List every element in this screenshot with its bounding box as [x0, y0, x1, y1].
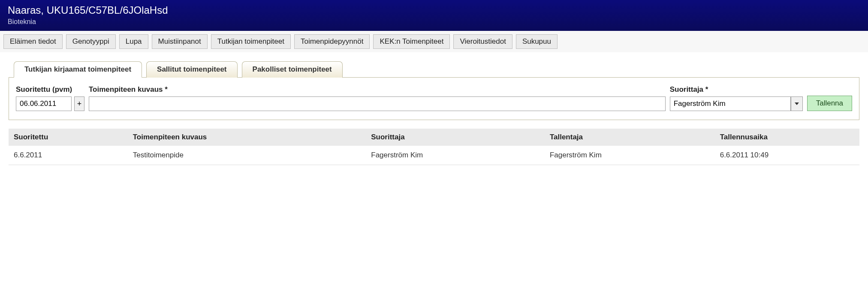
date-input-wrap: + — [16, 96, 84, 111]
tab-allowed-procedures[interactable]: Sallitut toimenpiteet — [146, 61, 237, 78]
th-tallentaja: Tallentaja — [545, 129, 715, 146]
th-suoritettu: Suoritettu — [9, 129, 128, 146]
performer-field-group: Suorittaja * — [670, 85, 803, 111]
form-row: Suoritettu (pvm) + Toimenpiteen kuvaus *… — [16, 85, 852, 111]
main-navbar: Eläimen tiedot Genotyyppi Lupa Muistiinp… — [0, 31, 868, 52]
date-picker-button[interactable]: + — [74, 96, 84, 111]
cell-kuvaus: Testitoimenpide — [128, 146, 366, 165]
description-field-group: Toimenpiteen kuvaus * — [89, 85, 666, 111]
tab-container: Tutkijan kirjaamat toimenpiteet Sallitut… — [9, 61, 859, 120]
svg-marker-0 — [795, 102, 799, 105]
save-button[interactable]: Tallenna — [807, 96, 852, 111]
dropdown-arrow-icon[interactable] — [791, 96, 803, 111]
cell-suorittaja: Fagerström Kim — [366, 146, 545, 165]
date-field-group: Suoritettu (pvm) + — [16, 85, 84, 111]
th-kuvaus: Toimenpiteen kuvaus — [128, 129, 366, 146]
tab-strip: Tutkijan kirjaamat toimenpiteet Sallitut… — [9, 61, 859, 77]
table-row: 6.6.2011 Testitoimenpide Fagerström Kim … — [9, 146, 859, 165]
procedures-table: Suoritettu Toimenpiteen kuvaus Suorittaj… — [9, 129, 859, 165]
tab-mandatory-procedures[interactable]: Pakolliset toimenpiteet — [242, 61, 343, 78]
nav-permit[interactable]: Lupa — [119, 34, 148, 49]
nav-researcher-procedures[interactable]: Tutkijan toimenpiteet — [211, 34, 291, 49]
description-label: Toimenpiteen kuvaus * — [89, 85, 666, 94]
nav-animal-info[interactable]: Eläimen tiedot — [3, 34, 63, 49]
table-header-row: Suoritettu Toimenpiteen kuvaus Suorittaj… — [9, 129, 859, 146]
nav-kek-procedures[interactable]: KEK:n Toimenpiteet — [373, 34, 450, 49]
cell-tallennusaika: 6.6.2011 10:49 — [715, 146, 859, 165]
performer-input[interactable] — [670, 96, 791, 111]
tab-researcher-recorded[interactable]: Tutkijan kirjaamat toimenpiteet — [14, 61, 142, 78]
page-subtitle: Bioteknia — [8, 18, 860, 26]
description-input[interactable] — [89, 96, 666, 111]
nav-notes[interactable]: Muistiinpanot — [152, 34, 208, 49]
tab-panel: Suoritettu (pvm) + Toimenpiteen kuvaus *… — [9, 77, 859, 120]
cell-suoritettu: 6.6.2011 — [9, 146, 128, 165]
date-label: Suoritettu (pvm) — [16, 85, 84, 94]
date-input[interactable] — [16, 96, 72, 111]
page-title: Naaras, UKU165/C57BL/6JOlaHsd — [8, 4, 860, 16]
th-tallennusaika: Tallennusaika — [715, 129, 859, 146]
nav-weaning-info[interactable]: Vieroitustiedot — [453, 34, 512, 49]
nav-genotype[interactable]: Genotyyppi — [66, 34, 116, 49]
performer-label: Suorittaja * — [670, 85, 803, 94]
th-suorittaja: Suorittaja — [366, 129, 545, 146]
nav-pedigree[interactable]: Sukupuu — [516, 34, 558, 49]
performer-select[interactable] — [670, 96, 803, 111]
cell-tallentaja: Fagerström Kim — [545, 146, 715, 165]
page-header: Naaras, UKU165/C57BL/6JOlaHsd Bioteknia — [0, 0, 868, 31]
nav-procedure-requests[interactable]: Toimenpidepyynnöt — [294, 34, 370, 49]
content-area: Tutkijan kirjaamat toimenpiteet Sallitut… — [0, 52, 868, 169]
